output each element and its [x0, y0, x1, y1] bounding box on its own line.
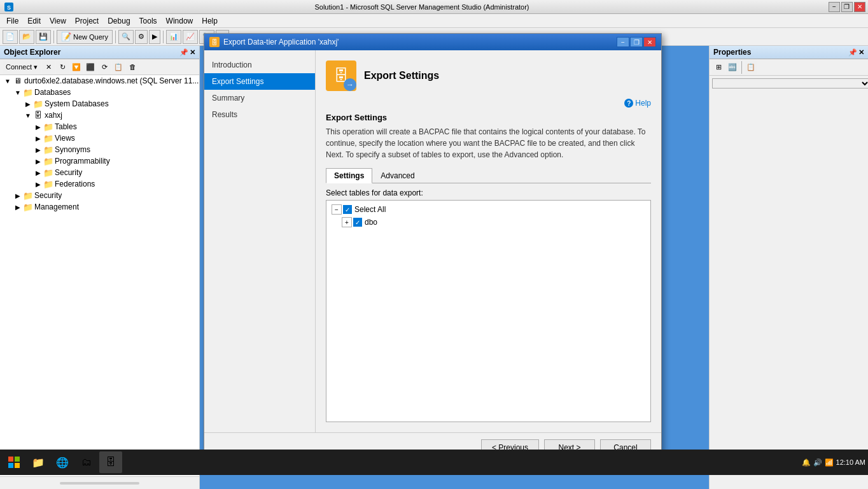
nav-summary[interactable]: Summary — [204, 90, 315, 106]
toolbar-icon-btn-6[interactable]: ▶ — [149, 30, 160, 44]
menu-file[interactable]: File — [3, 15, 22, 27]
folder-icon-federations: 📁 — [43, 179, 53, 189]
tree-node-synonyms[interactable]: ▶ 📁 Synonyms — [0, 144, 199, 155]
toolbar-icon-btn-5[interactable]: ⚙ — [135, 30, 148, 44]
nav-export-settings-label: Export Settings — [212, 77, 263, 86]
expander-databases[interactable]: ▼ — [13, 87, 23, 97]
prop-pages-btn[interactable]: 📋 — [745, 61, 757, 74]
tree-node-xahxj[interactable]: ▼ 🗄 xahxj — [0, 110, 199, 121]
menu-help[interactable]: Help — [198, 15, 221, 27]
oe-close-icon[interactable]: ✕ — [190, 48, 195, 57]
toolbar-icon-btn-7[interactable]: 📊 — [166, 30, 181, 44]
object-explorer-toolbar: Connect ▾ ✕ ↻ 🔽 ⬛ ⟳ 📋 🗑 — [0, 59, 199, 75]
oe-refresh-btn[interactable]: ↻ — [56, 60, 69, 73]
toolbar-sep-1 — [53, 31, 54, 43]
expander-federations[interactable]: ▶ — [33, 179, 43, 189]
nav-export-settings[interactable]: Export Settings — [204, 73, 315, 90]
table-list-item-dbo[interactable]: + dbo — [329, 216, 648, 229]
oe-delete-btn[interactable]: 🗑 — [126, 60, 139, 73]
tree-node-views[interactable]: ▶ 📁 Views — [0, 132, 199, 144]
expander-xahxj[interactable]: ▼ — [23, 110, 33, 120]
taskbar-file-explorer-btn[interactable]: 📁 — [27, 451, 50, 473]
tree-node-tables[interactable]: ▶ 📁 Tables — [0, 121, 199, 132]
folder-icon-databases: 📁 — [23, 87, 33, 97]
oe-filter-btn[interactable]: 🔽 — [70, 60, 83, 73]
nav-results[interactable]: Results — [204, 106, 315, 123]
taskbar-folder-btn[interactable]: 🗂 — [75, 451, 98, 473]
expander-system-dbs[interactable]: ▶ — [23, 99, 33, 109]
nav-introduction[interactable]: Introduction — [204, 57, 315, 73]
minimize-button[interactable]: − — [829, 2, 840, 12]
folder-icon-synonyms: 📁 — [43, 145, 53, 155]
menu-tools[interactable]: Tools — [136, 15, 161, 27]
taskbar-ie-btn[interactable]: 🌐 — [51, 451, 74, 473]
oe-stop-btn[interactable]: ⬛ — [84, 60, 97, 73]
expander-security-sub[interactable]: ▶ — [33, 167, 43, 178]
tree-node-programmability[interactable]: ▶ 📁 Programmability — [0, 155, 199, 167]
expander-views[interactable]: ▶ — [33, 133, 43, 143]
toolbar-icon-btn-4[interactable]: 🔍 — [118, 30, 134, 44]
oe-disconnect-btn[interactable]: ✕ — [42, 60, 55, 73]
restore-button[interactable]: ❐ — [841, 2, 853, 12]
system-dbs-label: System Databases — [45, 99, 109, 108]
dialog-minimize-btn[interactable]: − — [617, 37, 629, 47]
oe-new-btn[interactable]: 📋 — [112, 60, 125, 73]
expand-dbo[interactable]: + — [342, 217, 352, 227]
folder-icon-security-sub: 📁 — [43, 167, 53, 178]
tree-node-federations[interactable]: ▶ 📁 Federations — [0, 178, 199, 190]
tree-node-security[interactable]: ▶ 📁 Security — [0, 190, 199, 201]
expander-synonyms[interactable]: ▶ — [33, 145, 43, 155]
prop-close-icon[interactable]: ✕ — [858, 48, 864, 57]
help-link[interactable]: ? Help — [624, 99, 651, 108]
toolbar-icon-btn-8[interactable]: 📈 — [183, 30, 198, 44]
menu-bar: File Edit View Project Debug Tools Windo… — [0, 14, 868, 28]
tab-advanced[interactable]: Advanced — [372, 168, 423, 183]
checkbox-select-all[interactable] — [343, 205, 352, 214]
menu-edit[interactable]: Edit — [24, 15, 45, 27]
expand-select-all[interactable]: − — [332, 204, 342, 215]
db-icon-xahxj: 🗄 — [33, 110, 43, 120]
toolbar-icon-btn-2[interactable]: 📂 — [19, 30, 34, 44]
tree-node-management[interactable]: ▶ 📁 Management — [0, 201, 199, 213]
toolbar-icon-btn-3[interactable]: 💾 — [36, 30, 51, 44]
menu-view[interactable]: View — [46, 15, 70, 27]
svg-text:S: S — [7, 4, 11, 11]
dialog-title-controls: − ❐ ✕ — [617, 37, 656, 47]
clock: 12:10 AM — [836, 458, 865, 466]
expander-tables[interactable]: ▶ — [33, 122, 43, 132]
taskbar-ssms-btn[interactable]: 🗄 — [99, 451, 122, 473]
menu-window[interactable]: Window — [162, 15, 197, 27]
taskbar-start-btn[interactable] — [3, 451, 25, 473]
expander-programmability[interactable]: ▶ — [33, 156, 43, 166]
oe-synch-btn[interactable]: ⟳ — [98, 60, 111, 73]
menu-debug[interactable]: Debug — [104, 15, 134, 27]
prop-alpha-btn[interactable]: 🔤 — [726, 61, 739, 74]
expander-server[interactable]: ▼ — [3, 76, 13, 86]
tree-node-databases[interactable]: ▼ 📁 Databases — [0, 87, 199, 98]
folder-icon-tables: 📁 — [43, 122, 53, 132]
new-query-button[interactable]: 📝 New Query — [57, 30, 113, 44]
toolbar-icon-btn-1[interactable]: 📄 — [3, 30, 18, 44]
properties-dropdown[interactable] — [712, 78, 868, 89]
object-explorer: Object Explorer 📌 ✕ Connect ▾ ✕ ↻ 🔽 ⬛ ⟳ … — [0, 46, 200, 489]
prop-categorize-btn[interactable]: ⊞ — [712, 61, 725, 74]
properties-header: Properties 📌 ✕ — [710, 46, 868, 59]
dialog-restore-btn[interactable]: ❐ — [630, 37, 643, 47]
connect-button[interactable]: Connect ▾ — [3, 60, 41, 73]
prop-pin-icon: 📌 — [848, 48, 857, 57]
header-title: Export Settings — [364, 70, 439, 82]
tree-node-server[interactable]: ▼ 🖥 durto6xle2.database.windows.net (SQL… — [0, 75, 199, 87]
help-label: Help — [635, 99, 651, 108]
tab-settings[interactable]: Settings — [326, 168, 372, 183]
close-button[interactable]: ✕ — [854, 2, 865, 12]
folder-icon-system-dbs: 📁 — [33, 99, 43, 109]
dialog-close-btn[interactable]: ✕ — [643, 37, 656, 47]
tree-node-security-sub[interactable]: ▶ 📁 Security — [0, 167, 199, 178]
expander-management[interactable]: ▶ — [13, 202, 23, 212]
checkbox-dbo[interactable] — [353, 218, 362, 227]
expander-security[interactable]: ▶ — [13, 190, 23, 201]
table-list-item-select-all[interactable]: − Select All — [329, 203, 648, 216]
menu-project[interactable]: Project — [71, 15, 102, 27]
section-desc: This operation will create a BACPAC file… — [326, 126, 651, 160]
tree-node-system-dbs[interactable]: ▶ 📁 System Databases — [0, 98, 199, 110]
